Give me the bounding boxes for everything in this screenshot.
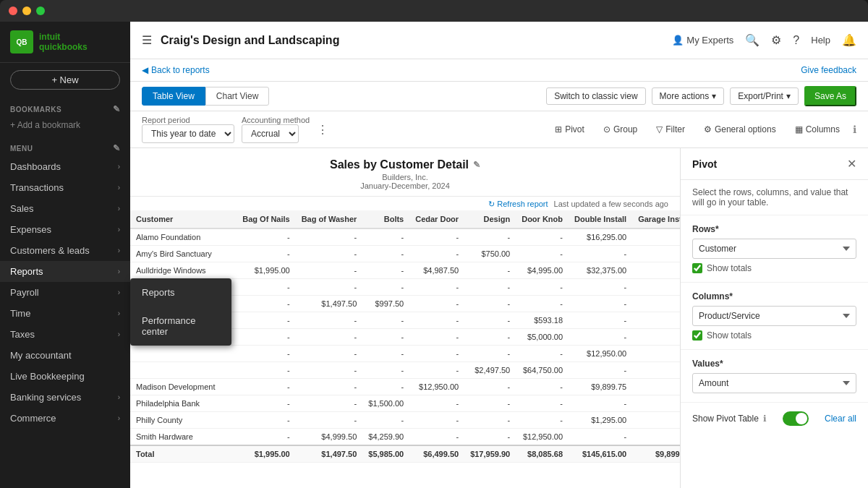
pivot-columns-totals-checkbox[interactable] — [692, 330, 702, 341]
sidebar-item-expenses[interactable]: Expenses › — [0, 219, 130, 240]
bookmarks-edit-icon[interactable]: ✎ — [113, 104, 121, 114]
pivot-toggle-switch[interactable] — [783, 411, 809, 426]
refresh-report-link[interactable]: ↻ Refresh report — [488, 200, 548, 209]
pivot-values-select[interactable]: Amount — [692, 373, 856, 393]
table-row[interactable]: Amy's Bird Sanctuary----$750.00---- — [130, 246, 680, 262]
gear-icon[interactable]: ⚙ — [771, 33, 781, 47]
sidebar-item-reports[interactable]: Reports › — [0, 261, 130, 282]
window-close-btn[interactable] — [9, 7, 17, 15]
table-row[interactable]: Philly County------$1,295.00-- — [130, 412, 680, 429]
sidebar-item-transactions[interactable]: Transactions › — [0, 177, 130, 198]
sidebar-item-customers-leads[interactable]: Customers & leads › — [0, 240, 130, 261]
pivot-values-section: Values* Amount — [681, 350, 868, 403]
more-actions-button[interactable]: More actions▾ — [652, 87, 725, 105]
info-icon[interactable]: ℹ — [853, 124, 856, 135]
sidebar-item-my-accountant[interactable]: My accountant — [0, 345, 130, 366]
person-icon: 👤 — [672, 35, 684, 46]
pivot-columns-select[interactable]: Product/Service — [692, 306, 856, 326]
my-experts-button[interactable]: 👤 My Experts — [672, 35, 733, 46]
sidebar-item-sales[interactable]: Sales › — [0, 198, 130, 219]
save-as-button[interactable]: Save As — [804, 86, 856, 106]
clear-all-link[interactable]: Clear all — [825, 414, 856, 424]
bell-icon[interactable]: 🔔 — [842, 33, 856, 47]
total-row: Total$1,995.00$1,497.50$5,985.00$6,499.5… — [130, 445, 680, 463]
question-mark-icon[interactable]: ? — [793, 34, 799, 47]
pivot-filter-btn[interactable]: ⊞ Pivot — [549, 121, 590, 137]
dropdown-item-performance[interactable]: Performance center — [130, 307, 231, 346]
col-header-bag-of-nails: Bag Of Nails — [237, 210, 295, 228]
chevron-right-icon: › — [118, 163, 120, 171]
sidebar-item-banking-services[interactable]: Banking services › — [0, 387, 130, 408]
sidebar-item-dashboards[interactable]: Dashboards › — [0, 156, 130, 177]
pivot-rows-label: Rows* — [692, 224, 856, 234]
pivot-rows-show-totals: Show totals — [692, 263, 856, 273]
help-label: Help — [811, 35, 830, 46]
pivot-header: Pivot ✕ — [681, 148, 868, 180]
give-feedback-link[interactable]: Give feedback — [801, 65, 856, 75]
columns-btn[interactable]: ▦ Columns — [789, 121, 846, 137]
sidebar-item-time[interactable]: Time › — [0, 303, 130, 324]
back-to-reports-link[interactable]: ◀ Back to reports — [142, 65, 795, 75]
table-row[interactable]: Smith Hardware-$4,999.50$4,259.90--$12,9… — [130, 429, 680, 446]
table-header-row: Customer Bag Of Nails Bag of Washer Bolt… — [130, 210, 680, 228]
pivot-rows-select[interactable]: Customer — [692, 239, 856, 259]
pivot-title: Pivot — [692, 158, 717, 170]
col-header-customer: Customer — [130, 210, 237, 228]
group-icon: ⊙ — [603, 124, 610, 134]
edit-title-icon[interactable]: ✎ — [473, 160, 480, 170]
new-button[interactable]: + New — [10, 70, 120, 90]
pivot-rows-totals-checkbox[interactable] — [692, 263, 702, 273]
more-options-icon[interactable]: ⋮ — [317, 123, 328, 137]
switch-classic-button[interactable]: Switch to classic view — [546, 87, 645, 105]
hamburger-menu-icon[interactable]: ☰ — [142, 33, 152, 47]
filter-btn[interactable]: ▽ Filter — [650, 121, 691, 137]
chevron-down-icon: ▾ — [712, 91, 716, 101]
table-view-tab[interactable]: Table View — [142, 87, 205, 106]
sidebar-item-live-bookkeeping[interactable]: Live Bookkeeping — [0, 366, 130, 387]
menu-edit-icon[interactable]: ✎ — [113, 143, 121, 153]
search-icon[interactable]: 🔍 — [745, 33, 760, 47]
pivot-close-button[interactable]: ✕ — [847, 157, 856, 171]
accounting-method-select[interactable]: Accrual — [242, 124, 299, 143]
info-circle-icon: ℹ — [763, 414, 767, 424]
chevron-right-icon: › — [118, 267, 120, 275]
window-maximize-btn[interactable] — [36, 7, 45, 15]
table-row[interactable]: Philadelphia Bank--$1,500.00------ — [130, 395, 680, 412]
export-print-button[interactable]: Export/Print▾ — [730, 87, 799, 105]
report-period-select[interactable]: This year to date — [142, 124, 234, 143]
topbar-actions: 👤 My Experts 🔍 ⚙ ? Help 🔔 — [672, 33, 856, 47]
col-header-bolts: Bolts — [362, 210, 409, 228]
sidebar-item-payroll[interactable]: Payroll › — [0, 282, 130, 303]
table-row[interactable]: Aulldridge Windows$1,995.00--$4,987.50-$… — [130, 262, 680, 279]
report-company: Builders, Inc. — [130, 173, 680, 181]
filter-icon: ▽ — [656, 124, 663, 134]
chart-view-tab[interactable]: Chart View — [205, 87, 269, 106]
window-minimize-btn[interactable] — [22, 7, 31, 15]
add-bookmark-button[interactable]: + Add a bookmark — [0, 117, 130, 136]
group-filter-btn[interactable]: ⊙ Group — [597, 121, 643, 137]
view-tabs: Table View Chart View — [142, 87, 269, 106]
toggle-knob — [796, 413, 807, 424]
pivot-footer: Show Pivot Table ℹ Clear all — [681, 403, 868, 435]
pivot-icon: ⊞ — [555, 124, 562, 134]
reports-dropdown: Reports Performance center — [130, 278, 231, 346]
table-row[interactable]: ----$2,497.50$64,750.00--- — [130, 362, 680, 379]
pivot-panel: Pivot ✕ Select the rows, columns, and va… — [680, 148, 868, 488]
pivot-rows-section: Rows* Customer Show totals — [681, 215, 868, 283]
report-period-group: Report period This year to date — [142, 116, 234, 143]
table-row[interactable]: Alamo Foundation------$16,295.00-- — [130, 228, 680, 246]
refresh-row: ↻ Refresh report Last updated a few seco… — [130, 197, 680, 210]
dropdown-item-reports[interactable]: Reports — [130, 278, 231, 307]
general-options-btn[interactable]: ⚙ General options — [698, 121, 782, 137]
col-header-design: Design — [464, 210, 516, 228]
pivot-columns-section: Columns* Product/Service Show totals — [681, 283, 868, 350]
table-row[interactable]: Madison Development---$12,950.00--$9,899… — [130, 379, 680, 395]
sidebar-item-taxes[interactable]: Taxes › — [0, 324, 130, 345]
sidebar-item-commerce[interactable]: Commerce › — [0, 408, 130, 429]
table-row[interactable]: ------$12,950.00-- — [130, 346, 680, 362]
chevron-right-icon: › — [118, 184, 120, 192]
back-arrow-icon: ◀ — [142, 65, 148, 75]
chevron-right-icon: › — [118, 288, 120, 296]
pivot-columns-show-totals: Show totals — [692, 330, 856, 341]
col-header-bag-of-washer: Bag of Washer — [296, 210, 363, 228]
